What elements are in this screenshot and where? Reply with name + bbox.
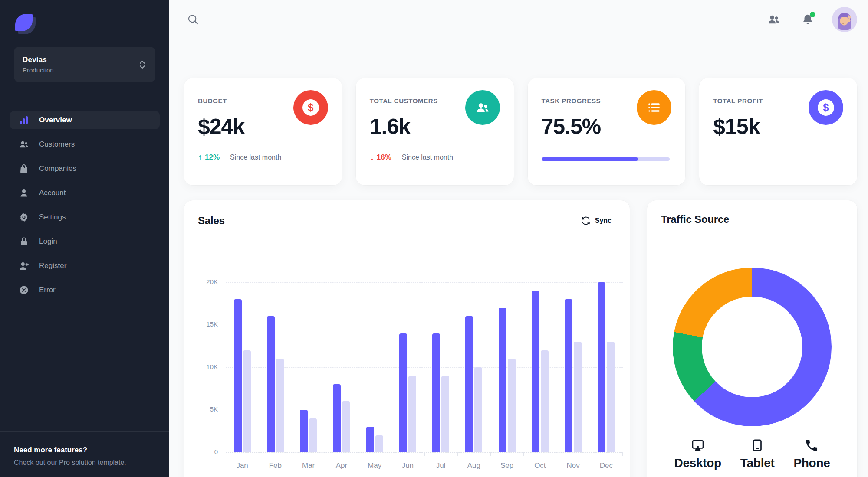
month-label: Nov <box>557 461 590 470</box>
bar-secondary <box>508 359 516 452</box>
bar-group-dec <box>590 282 623 452</box>
sidebar-item-label: Register <box>39 261 66 270</box>
bar-primary <box>234 299 242 452</box>
x-axis-tick <box>358 452 358 456</box>
bar-primary <box>366 427 374 452</box>
footer-subtitle: Check out our Pro solution template. <box>14 459 155 467</box>
x-axis-tick <box>622 452 623 456</box>
user-plus-icon <box>18 260 30 271</box>
legend-label: Desktop <box>674 456 721 470</box>
currency-dollar-icon: $ <box>293 90 328 125</box>
month-label: Oct <box>523 461 556 470</box>
trend-caption: Since last month <box>230 154 281 161</box>
x-axis-tick <box>490 452 491 456</box>
bar-group-aug <box>457 282 490 452</box>
sidebar-item-label: Error <box>39 286 56 294</box>
sidebar-item-companies[interactable]: Companies <box>10 160 160 178</box>
arrow-down-icon: ↓ <box>370 152 374 162</box>
sales-y-axis: 05K10K15K20K <box>184 200 218 477</box>
month-label: Mar <box>292 461 325 470</box>
bar-group-oct <box>523 282 556 452</box>
trend-caption: Since last month <box>402 154 453 161</box>
sidebar-item-label: Account <box>39 189 66 197</box>
bar-primary <box>532 291 539 452</box>
bar-secondary <box>441 376 449 452</box>
budget-card: BUDGET $24k $ ↑ 12% Since last month <box>184 78 342 185</box>
traffic-source-card: Traffic Source Desktop <box>647 200 857 477</box>
donut-hole <box>702 297 802 397</box>
bar-group-jul <box>424 282 457 452</box>
sync-label: Sync <box>595 217 612 225</box>
bar-primary <box>432 333 440 452</box>
month-label: Jun <box>391 461 424 470</box>
footer-title: Need more features? <box>14 446 155 454</box>
phone-icon <box>804 438 819 453</box>
avatar[interactable] <box>832 7 857 32</box>
month-label: Jan <box>226 461 259 470</box>
workspace-selector[interactable]: Devias Production <box>14 47 155 82</box>
bar-secondary <box>541 350 549 452</box>
traffic-legend: Desktop Tablet <box>647 438 857 470</box>
bar-secondary <box>375 435 383 452</box>
y-axis-label: 15K <box>206 320 218 328</box>
sidebar-item-error[interactable]: Error <box>10 281 160 299</box>
bar-group-may <box>358 282 391 452</box>
month-label: Apr <box>325 461 358 470</box>
contacts-users-icon[interactable] <box>764 10 783 29</box>
task-progress-card: TASK PROGRESS 75.5% <box>528 78 686 185</box>
bar-secondary <box>408 376 416 452</box>
bar-primary <box>598 282 605 452</box>
sidebar-item-label: Companies <box>39 164 76 173</box>
month-label: Dec <box>590 461 623 470</box>
gear-icon <box>18 212 30 223</box>
legend-label: Phone <box>793 456 830 470</box>
bar-primary <box>399 333 407 452</box>
bar-group-mar <box>292 282 325 452</box>
sidebar-item-label: Settings <box>39 213 66 222</box>
sales-x-axis: JanFebMarAprMayJunJulAugSepOctNovDec <box>226 461 623 470</box>
trend-value: 12% <box>205 153 220 162</box>
trend-up: ↑ 12% <box>198 152 220 162</box>
sidebar-footer: Need more features? Check out our Pro so… <box>0 431 169 477</box>
stats-row: BUDGET $24k $ ↑ 12% Since last month TOT… <box>184 78 857 185</box>
total-profit-card: TOTAL PROFIT $15k $ <box>699 78 857 185</box>
month-label: Feb <box>259 461 292 470</box>
devias-logo-icon[interactable] <box>14 13 36 35</box>
chart-bar-icon <box>18 114 30 126</box>
users-icon <box>18 139 30 150</box>
notification-dot <box>810 12 815 17</box>
traffic-source-title: Traffic Source <box>661 213 729 225</box>
trend-down: ↓ 16% <box>370 152 391 162</box>
currency-dollar-icon: $ <box>809 90 843 125</box>
sidebar-item-customers[interactable]: Customers <box>10 135 160 154</box>
sidebar-nav: OverviewCustomersCompaniesAccountSetting… <box>0 95 169 431</box>
sidebar: Devias Production OverviewCustomersCompa… <box>0 0 169 477</box>
x-axis-tick <box>590 452 590 456</box>
bell-icon[interactable] <box>798 10 817 29</box>
search-icon[interactable] <box>184 10 202 29</box>
sidebar-item-account[interactable]: Account <box>10 184 160 202</box>
bar-secondary <box>243 350 251 452</box>
bar-group-apr <box>325 282 358 452</box>
sidebar-item-label: Overview <box>39 116 72 124</box>
tablet-icon <box>750 438 765 453</box>
sidebar-item-login[interactable]: Login <box>10 232 160 251</box>
traffic-donut-chart <box>673 268 832 426</box>
sidebar-item-label: Customers <box>39 140 75 149</box>
bar-group-feb <box>259 282 292 452</box>
bar-secondary <box>574 342 582 452</box>
sidebar-item-register[interactable]: Register <box>10 257 160 275</box>
sidebar-item-settings[interactable]: Settings <box>10 208 160 226</box>
sync-button[interactable]: Sync <box>577 213 616 228</box>
bar-primary <box>465 316 473 452</box>
legend-item-phone: Phone <box>793 438 830 470</box>
x-axis-tick <box>259 452 259 456</box>
bar-group-jun <box>391 282 424 452</box>
user-icon <box>18 187 30 199</box>
main-area: BUDGET $24k $ ↑ 12% Since last month TOT… <box>169 0 868 477</box>
sidebar-item-overview[interactable]: Overview <box>10 111 160 129</box>
month-label: Aug <box>457 461 490 470</box>
x-circle-icon <box>18 284 30 296</box>
y-axis-label: 20K <box>206 278 218 285</box>
bar-primary <box>267 316 275 452</box>
